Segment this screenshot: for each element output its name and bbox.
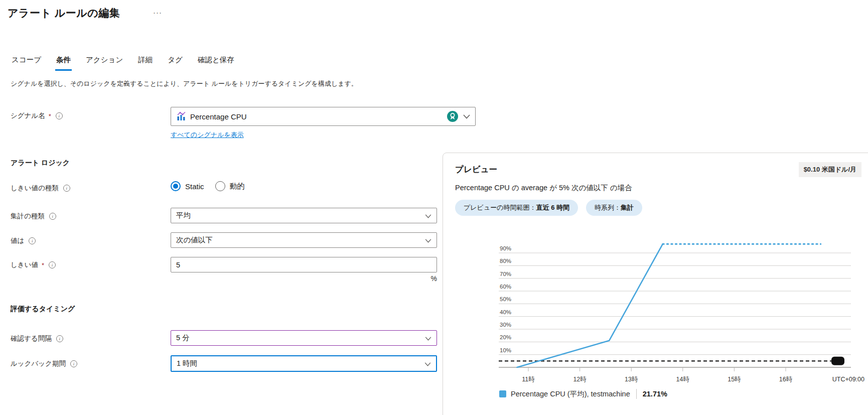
operator-label: 値は i — [11, 236, 36, 245]
more-options-button[interactable]: ··· — [153, 8, 162, 17]
threshold-handle[interactable] — [831, 357, 844, 365]
alert-logic-heading: アラート ロジック — [11, 159, 70, 168]
threshold-type-label: しきい値の種類 i — [11, 184, 70, 193]
signal-name-label: シグナル名* i — [11, 111, 63, 120]
svg-text:11時: 11時 — [522, 376, 535, 383]
svg-text:10%: 10% — [500, 347, 511, 353]
svg-text:50%: 50% — [500, 296, 511, 302]
info-icon[interactable]: i — [29, 237, 36, 244]
radio-selected-icon — [171, 181, 181, 191]
chevron-down-icon — [425, 236, 431, 244]
tab-condition[interactable]: 条件 — [55, 53, 72, 71]
time-range-pill: プレビューの時間範囲：直近 6 時間 — [455, 200, 578, 216]
threshold-type-radiogroup: Static 動的 — [171, 181, 245, 191]
svg-text:20%: 20% — [500, 334, 511, 340]
preview-chart: 10%20%30%40%50%60%70%80%90%11時12時13時14時1… — [492, 224, 868, 386]
info-icon[interactable]: i — [70, 360, 77, 367]
preview-pills: プレビューの時間範囲：直近 6 時間 時系列：集計 — [455, 200, 642, 216]
preview-card: プレビュー $0.10 米国ドル/月 Percentage CPU の aver… — [443, 153, 868, 415]
signal-badge-icon — [446, 110, 459, 123]
info-icon[interactable]: i — [49, 213, 56, 220]
info-icon[interactable]: i — [63, 185, 70, 192]
preview-condition-text: Percentage CPU の average が 5% 次の値以下 の場合 — [455, 183, 632, 193]
chevron-down-icon[interactable] — [463, 112, 470, 120]
legend-color-swatch — [499, 390, 506, 397]
svg-text:16時: 16時 — [779, 376, 793, 383]
preview-heading: プレビュー — [455, 164, 497, 175]
chevron-down-icon — [424, 360, 431, 368]
frequency-label: 確認する間隔 i — [11, 334, 63, 343]
info-icon[interactable]: i — [49, 261, 56, 268]
threshold-unit: % — [171, 274, 437, 283]
info-icon[interactable]: i — [56, 112, 63, 119]
tab-bar: スコープ 条件 アクション 詳細 タグ 確認と保存 — [11, 53, 235, 71]
tab-review-save[interactable]: 確認と保存 — [197, 53, 235, 71]
svg-text:80%: 80% — [500, 258, 511, 264]
lookback-dropdown[interactable]: 1 時間 — [171, 355, 437, 372]
svg-text:14時: 14時 — [676, 376, 690, 383]
cost-badge: $0.10 米国ドル/月 — [799, 162, 861, 177]
chevron-down-icon — [425, 334, 431, 342]
svg-text:60%: 60% — [500, 284, 511, 290]
page-description: シグナルを選択し、そのロジックを定義することにより、アラート ルールをトリガーす… — [11, 79, 358, 88]
frequency-dropdown[interactable]: 5 分 — [171, 330, 437, 346]
tab-actions[interactable]: アクション — [85, 53, 124, 71]
svg-text:30%: 30% — [500, 322, 511, 328]
radio-static[interactable]: Static — [171, 181, 204, 191]
radio-dynamic[interactable]: 動的 — [215, 181, 245, 191]
svg-text:15時: 15時 — [728, 376, 741, 383]
aggregation-dropdown[interactable]: 平均 — [171, 208, 437, 223]
radio-unselected-icon — [215, 181, 225, 191]
page-title: アラート ルールの編集 — [8, 6, 120, 20]
svg-text:70%: 70% — [500, 271, 511, 277]
metric-chart-icon — [176, 111, 186, 121]
threshold-value-input[interactable]: 5 — [171, 257, 437, 272]
info-icon[interactable]: i — [56, 335, 63, 342]
svg-text:UTC+09:00: UTC+09:00 — [832, 376, 864, 383]
legend-divider — [636, 389, 637, 399]
lookback-label: ルックバック期間 i — [11, 359, 77, 368]
operator-dropdown[interactable]: 次の値以下 — [171, 232, 437, 248]
svg-text:12時: 12時 — [573, 376, 587, 383]
evaluation-heading: 評価するタイミング — [11, 305, 75, 314]
tab-tags[interactable]: タグ — [167, 53, 184, 71]
chevron-down-icon — [425, 212, 431, 220]
chart-legend: Percentage CPU (平均), testmachine 21.71% — [499, 389, 667, 399]
threshold-value-label: しきい値* i — [11, 260, 56, 269]
tab-scope[interactable]: スコープ — [11, 53, 42, 71]
aggregation-label: 集計の種類 i — [11, 212, 56, 221]
svg-text:13時: 13時 — [625, 376, 638, 383]
legend-current-value: 21.71% — [643, 390, 667, 398]
tab-details[interactable]: 詳細 — [137, 53, 154, 71]
show-all-signals-link[interactable]: すべてのシグナルを表示 — [171, 130, 244, 140]
signal-name-combobox[interactable]: Percentage CPU — [171, 107, 476, 126]
legend-series-label: Percentage CPU (平均), testmachine — [511, 389, 630, 399]
signal-name-value: Percentage CPU — [190, 112, 442, 121]
svg-text:90%: 90% — [500, 245, 511, 251]
svg-text:40%: 40% — [500, 309, 511, 315]
time-series-pill: 時系列：集計 — [586, 200, 642, 216]
